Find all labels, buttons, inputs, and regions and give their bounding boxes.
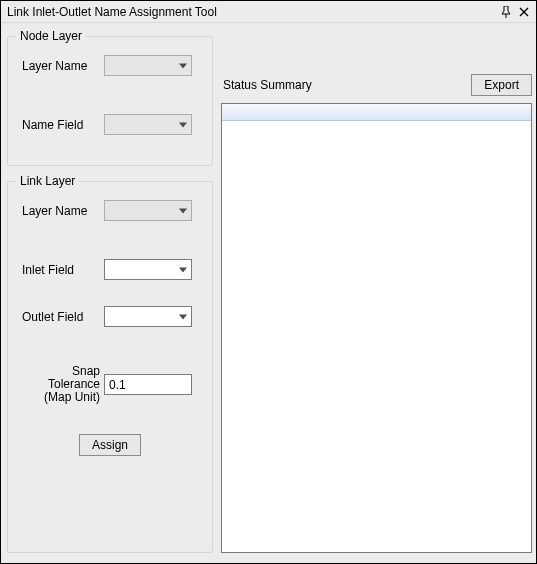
- status-summary-list[interactable]: [221, 103, 532, 553]
- chevron-down-icon: [179, 122, 187, 127]
- chevron-down-icon: [179, 314, 187, 319]
- snap-tolerance-label-l1: Snap Tolerance: [22, 365, 100, 391]
- link-layer-name-label: Layer Name: [16, 204, 104, 218]
- export-button-label: Export: [484, 78, 519, 92]
- node-name-field-label: Name Field: [16, 118, 104, 132]
- status-list-header: [222, 104, 531, 121]
- inlet-field-label: Inlet Field: [16, 263, 104, 277]
- node-layer-group: Node Layer Layer Name Name Field: [7, 29, 213, 166]
- window-body: Node Layer Layer Name Name Field: [1, 23, 536, 563]
- snap-tolerance-label: Snap Tolerance (Map Unit): [16, 365, 104, 404]
- snap-tolerance-value: 0.1: [109, 378, 126, 392]
- node-layer-name-label: Layer Name: [16, 59, 104, 73]
- snap-tolerance-label-l2: (Map Unit): [22, 391, 100, 404]
- right-panel: Status Summary Export: [221, 27, 532, 559]
- link-layer-name-combo[interactable]: [104, 200, 192, 221]
- close-icon[interactable]: [516, 4, 532, 20]
- chevron-down-icon: [179, 63, 187, 68]
- tool-window: Link Inlet-Outlet Name Assignment Tool N…: [0, 0, 537, 564]
- node-layer-legend: Node Layer: [16, 29, 86, 43]
- status-summary-label: Status Summary: [221, 78, 471, 92]
- outlet-field-label: Outlet Field: [16, 310, 104, 324]
- status-header: Status Summary Export: [221, 73, 532, 97]
- assign-button[interactable]: Assign: [79, 434, 141, 456]
- pin-icon[interactable]: [498, 4, 514, 20]
- link-layer-legend: Link Layer: [16, 174, 79, 188]
- assign-button-label: Assign: [92, 438, 128, 452]
- snap-tolerance-input[interactable]: 0.1: [104, 374, 192, 395]
- outlet-field-combo[interactable]: [104, 306, 192, 327]
- export-button[interactable]: Export: [471, 74, 532, 96]
- window-title: Link Inlet-Outlet Name Assignment Tool: [7, 5, 496, 19]
- chevron-down-icon: [179, 267, 187, 272]
- chevron-down-icon: [179, 208, 187, 213]
- node-name-field-combo[interactable]: [104, 114, 192, 135]
- inlet-field-combo[interactable]: [104, 259, 192, 280]
- left-panel: Node Layer Layer Name Name Field: [5, 27, 215, 559]
- titlebar: Link Inlet-Outlet Name Assignment Tool: [1, 1, 536, 23]
- node-layer-name-combo[interactable]: [104, 55, 192, 76]
- link-layer-group: Link Layer Layer Name Inlet Field: [7, 174, 213, 553]
